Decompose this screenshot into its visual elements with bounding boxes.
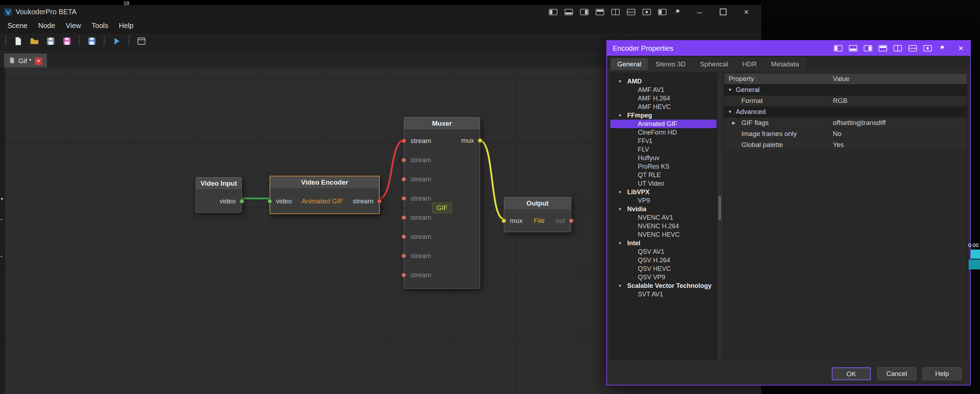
screenshot-icon[interactable] [834,45,842,51]
node-video-input[interactable]: Video Input video [196,177,242,213]
tree-expand-icon[interactable]: ▼ [618,281,622,290]
toolbar-log-icon[interactable] [135,34,148,48]
tree-expand-icon[interactable]: ▼ [618,111,622,120]
dock-right-icon[interactable] [878,45,887,51]
encoder-item-nvenc-av1[interactable]: NVENC AV1 [610,213,717,222]
dialog-tab-metadata[interactable]: Metadata [764,58,806,70]
dialog-tab-hdr[interactable]: HDR [735,58,764,70]
mux-output-port[interactable] [477,138,482,143]
node-muxer[interactable]: Muxer streamstreamstreamstreamstreamstre… [404,117,480,289]
tree-group-intel[interactable]: ▼Intel [610,239,717,247]
toolbar-run-icon[interactable] [110,34,123,48]
help-button[interactable]: Help [923,367,962,380]
property-value[interactable]: Yes [829,139,967,150]
encoder-item-amf-hevc[interactable]: AMF HEVC [610,102,717,111]
property-value[interactable]: RGB [829,96,967,106]
split-vertical-icon[interactable] [908,45,917,51]
node-output[interactable]: Output mux File out [504,197,571,232]
dock-center-icon[interactable] [923,45,932,51]
dialog-tab-general[interactable]: General [611,58,648,70]
tree-expand-icon[interactable]: ▼ [618,205,622,213]
ok-button[interactable]: OK [832,367,871,380]
stream-input-port[interactable] [401,177,406,182]
stream-input-port[interactable] [401,215,406,220]
tree-group-ffmpeg[interactable]: ▼FFmpeg [610,111,717,120]
stream-input-port[interactable] [401,196,406,201]
tree-expand-icon[interactable]: ▼ [618,239,622,247]
muxer-stream-port-row[interactable]: stream [404,227,480,246]
split-vertical-icon[interactable] [627,9,635,15]
property-group-advanced[interactable]: ▼Advanced [724,107,967,118]
dock-bottom-icon[interactable] [864,45,872,51]
connection-mux[interactable] [479,140,504,219]
dock-bottom-icon[interactable] [580,9,589,15]
property-row-gif-flags[interactable]: ▶GIF flagsoffsetting|transdiff [724,118,967,129]
row-expand-icon[interactable]: ▶ [732,118,735,128]
stream-input-port[interactable] [401,158,406,163]
encoder-item-qt-rle[interactable]: QT RLE [610,171,717,179]
close-button[interactable]: × [735,5,758,19]
toolbar-new-scene-icon[interactable] [11,34,25,48]
muxer-stream-port-row[interactable]: stream [404,170,480,189]
tree-expand-icon[interactable]: ▼ [618,188,622,196]
muxer-stream-port-row[interactable]: stream [404,265,480,285]
screenshot-icon[interactable] [549,9,557,15]
encoder-item-flv[interactable]: FLV [610,145,717,154]
property-row-format[interactable]: FormatRGB [724,96,967,107]
property-group-general[interactable]: ▼General [724,85,967,96]
dialog-tab-stereo-3d[interactable]: Stereo 3D [649,58,693,70]
toolbar-save-scene-as-icon[interactable] [60,34,74,48]
dock-top-icon[interactable] [611,9,620,15]
encoder-item-vp9[interactable]: VP9 [610,196,717,205]
encoder-item-qsv-hevc[interactable]: QSV HEVC [610,265,717,273]
encoder-item-animated-gif[interactable]: Animated GIF [610,120,717,128]
connection-stream[interactable] [379,140,404,198]
dock-left-icon[interactable] [565,9,573,15]
encoder-item-qsv-vp9[interactable]: QSV VP9 [610,273,717,281]
video-input-port[interactable] [267,199,272,204]
pin-icon[interactable] [674,8,681,16]
tab-gif[interactable]: Gif * × [4,54,47,68]
collapsed-panel-tab[interactable]: ▾ [1,196,3,202]
video-output-port[interactable] [239,199,244,204]
menu-item-tools[interactable]: Tools [86,19,114,33]
property-row-global-palette[interactable]: Global paletteYes [724,139,967,150]
dialog-titlebar[interactable]: Encoder Properties × [607,41,970,56]
encoder-item-qsv-av1[interactable]: QSV AV1 [610,247,717,256]
menu-item-help[interactable]: Help [113,19,138,33]
out-output-port[interactable] [569,218,574,223]
column-header-property[interactable]: Property [724,73,829,84]
stream-output-port[interactable] [377,199,382,204]
dock-center-icon[interactable] [658,9,667,15]
property-value[interactable]: offsetting|transdiff [829,118,967,128]
pin-icon[interactable] [938,45,945,52]
toolbar-open-scene-icon[interactable] [28,34,41,48]
group-expand-icon[interactable]: ▼ [728,107,732,117]
muxer-stream-port-row[interactable]: stream [404,246,480,265]
stream-input-port[interactable] [401,234,406,239]
property-row-image-frames-only[interactable]: Image frames onlyNo [724,129,967,139]
dock-top-icon[interactable] [894,45,902,51]
toolbar-import-icon[interactable] [85,34,99,48]
split-horizontal-icon[interactable] [643,9,651,15]
tab-close-button[interactable]: × [35,57,42,65]
encoder-item-nvenc-hevc[interactable]: NVENC HEVC [610,230,717,239]
tree-group-libvpx[interactable]: ▼LibVPX [610,188,717,196]
cancel-button[interactable]: Cancel [877,367,916,380]
encoder-item-amf-h-264[interactable]: AMF H.264 [610,94,717,102]
stream-input-port[interactable] [401,273,406,278]
group-expand-icon[interactable]: ▼ [728,85,732,95]
collapsed-panel-tab[interactable]: ▪ [1,217,2,222]
tree-group-scalable-vector-technology[interactable]: ▼Scalable Vector Technology [610,281,717,290]
encoder-item-huffyuv[interactable]: Huffyuv [610,154,717,162]
stream-input-port[interactable] [401,139,406,144]
maximize-button[interactable] [711,5,735,19]
dialog-tab-spherical[interactable]: Spherical [693,58,735,70]
dialog-close-button[interactable]: × [955,43,967,54]
encoder-item-nvenc-h-264[interactable]: NVENC H.264 [610,222,717,230]
minimize-button[interactable]: – [688,5,711,19]
tree-expand-icon[interactable]: ▼ [618,77,622,86]
scrollbar-thumb[interactable] [718,196,721,220]
encoder-item-qsv-h-264[interactable]: QSV H.264 [610,256,717,265]
encoder-item-cineform-hd[interactable]: CineForm HD [610,128,717,137]
